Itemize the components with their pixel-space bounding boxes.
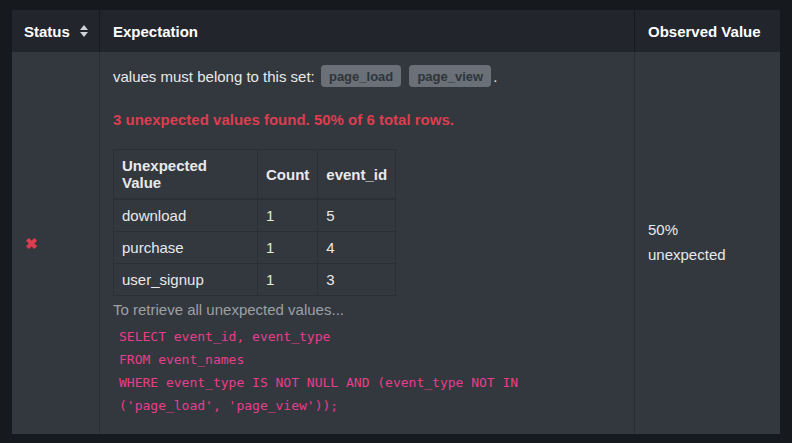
expectation-description: values must belong to this set: page_loa…: [113, 65, 620, 88]
table-row: download 1 5: [114, 199, 396, 232]
column-header-observed-value: Observed Value: [635, 10, 780, 52]
table-row: purchase 1 4: [114, 232, 396, 264]
observed-value-header-label: Observed Value: [648, 23, 761, 40]
count-cell: 1: [258, 199, 318, 232]
count-cell: 1: [258, 232, 318, 264]
sort-icon[interactable]: [80, 25, 88, 37]
count-column-header: Count: [258, 150, 318, 200]
event-id-cell: 4: [318, 232, 396, 264]
observed-value-cell: 50% unexpected: [635, 52, 780, 434]
unexpected-value-cell: download: [114, 199, 258, 232]
column-header-expectation: Expectation: [100, 10, 635, 52]
event-id-cell: 5: [318, 199, 396, 232]
expectation-intro-text: values must belong to this set:: [113, 68, 315, 85]
retrieve-values-note: To retrieve all unexpected values...: [113, 301, 620, 318]
expectation-intro-suffix: .: [493, 68, 497, 85]
unexpected-values-table: Unexpected Value Count event_id download…: [113, 149, 396, 296]
unexpected-value-cell: user_signup: [114, 264, 258, 296]
sql-line: SELECT event_id, event_type: [119, 329, 330, 344]
observed-value-text: 50% unexpected: [648, 218, 748, 268]
status-header-label: Status: [24, 23, 70, 40]
expectation-header-label: Expectation: [113, 23, 198, 40]
sort-up-arrow-icon: [80, 25, 88, 30]
sql-line: WHERE event_type IS NOT NULL AND (event_…: [119, 375, 518, 390]
sql-query-snippet: SELECT event_id, event_type FROM event_n…: [113, 325, 620, 417]
count-cell: 1: [258, 264, 318, 296]
value-set-badge: page_load: [321, 65, 401, 87]
validation-results-table: Status Expectation Observed Value ✖ valu…: [12, 10, 780, 434]
sort-down-arrow-icon: [80, 32, 88, 37]
event-id-cell: 3: [318, 264, 396, 296]
unexpected-values-warning: 3 unexpected values found. 50% of 6 tota…: [113, 111, 620, 128]
failed-status-icon: ✖: [25, 236, 38, 251]
sql-line: ('page_load', 'page_view'));: [119, 398, 338, 413]
unexpected-table-header-row: Unexpected Value Count event_id: [114, 150, 396, 200]
status-cell: ✖: [12, 52, 100, 434]
unexpected-value-cell: purchase: [114, 232, 258, 264]
column-header-status[interactable]: Status: [12, 10, 100, 52]
table-row: user_signup 1 3: [114, 264, 396, 296]
value-set-badge: page_view: [409, 65, 491, 87]
event-id-column-header: event_id: [318, 150, 396, 200]
unexpected-value-column-header: Unexpected Value: [114, 150, 258, 200]
expectation-result-row: ✖ values must belong to this set: page_l…: [12, 52, 780, 434]
sql-line: FROM event_names: [119, 352, 244, 367]
table-header-row: Status Expectation Observed Value: [12, 10, 780, 52]
expectation-cell: values must belong to this set: page_loa…: [100, 52, 635, 434]
